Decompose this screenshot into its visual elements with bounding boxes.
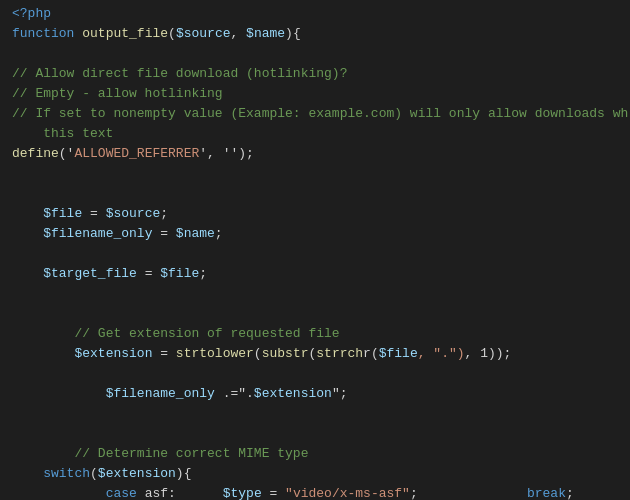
code-line: // Allow direct file download (hotlinkin… (0, 64, 630, 84)
code-line (0, 164, 630, 184)
code-line (0, 284, 630, 304)
code-token: this text (12, 124, 113, 144)
code-viewer: <?phpfunction output_file($source, $name… (0, 0, 630, 500)
code-token: $type (223, 484, 262, 500)
code-token (12, 484, 106, 500)
code-line (0, 404, 630, 424)
code-line: // Get extension of requested file (0, 324, 630, 344)
code-token: ALLOWED_REFERRER (74, 144, 199, 164)
code-token: $source (176, 24, 231, 44)
code-token: = (137, 264, 160, 284)
code-token: $extension (98, 464, 176, 484)
code-token: $file (43, 204, 82, 224)
code-token: ; (199, 264, 207, 284)
code-token (74, 24, 82, 44)
code-token: $filename_only (43, 224, 152, 244)
code-token: .=". (215, 384, 254, 404)
code-token: $file (379, 344, 418, 364)
code-line (0, 424, 630, 444)
code-line: // If set to nonempty value (Example: ex… (0, 104, 630, 124)
code-token: = (82, 204, 105, 224)
code-line: define('ALLOWED_REFERRER', ''); (0, 144, 630, 164)
code-line: // Determine correct MIME type (0, 444, 630, 464)
code-token: $source (106, 204, 161, 224)
code-token: case (106, 484, 137, 500)
code-token: ; (566, 484, 574, 500)
code-token: ( (308, 344, 316, 364)
code-token (12, 384, 106, 404)
code-token: = (262, 484, 285, 500)
code-token: ){ (285, 24, 301, 44)
code-token: ', ''); (199, 144, 254, 164)
code-token: switch (43, 464, 90, 484)
code-line (0, 244, 630, 264)
code-token: $target_file (43, 264, 137, 284)
code-line (0, 304, 630, 324)
code-token: = (152, 344, 175, 364)
code-token: "video/x-ms-asf" (285, 484, 410, 500)
code-token: ){ (176, 464, 192, 484)
code-token: // Get extension of requested file (74, 324, 339, 344)
code-line (0, 184, 630, 204)
code-token: ; (160, 204, 168, 224)
code-token: ; (215, 224, 223, 244)
code-token (12, 344, 74, 364)
code-token (12, 264, 43, 284)
code-token: // If set to nonempty value (Example: ex… (12, 104, 628, 124)
code-token: // Allow direct file download (hotlinkin… (12, 64, 347, 84)
code-token (12, 324, 74, 344)
code-line (0, 364, 630, 384)
code-token: // Determine correct MIME type (74, 444, 308, 464)
code-token: (' (59, 144, 75, 164)
code-token: function (12, 24, 74, 44)
code-token: define (12, 144, 59, 164)
code-token: // Empty - allow hotlinking (12, 84, 223, 104)
code-token (12, 224, 43, 244)
code-token: strtolower (176, 344, 254, 364)
code-token: strrch (316, 344, 363, 364)
code-line: $target_file = $file; (0, 264, 630, 284)
code-token: ( (254, 344, 262, 364)
code-line (0, 44, 630, 64)
code-line: case asf: $type = "video/x-ms-asf"; brea… (0, 484, 630, 500)
code-line: // Empty - allow hotlinking (0, 84, 630, 104)
code-line: $file = $source; (0, 204, 630, 224)
code-line: switch($extension){ (0, 464, 630, 484)
code-token: r( (363, 344, 379, 364)
code-token: $filename_only (106, 384, 215, 404)
code-token: asf: (137, 484, 223, 500)
code-token: $file (160, 264, 199, 284)
code-token: $extension (254, 384, 332, 404)
code-token: $name (176, 224, 215, 244)
code-line: $filename_only .=".$extension"; (0, 384, 630, 404)
code-token: $name (246, 24, 285, 44)
code-token: "; (332, 384, 348, 404)
code-token: substr (262, 344, 309, 364)
code-token: , ".") (418, 344, 465, 364)
code-token: output_file (82, 24, 168, 44)
code-token (12, 204, 43, 224)
code-token: , 1)); (465, 344, 512, 364)
code-line: this text (0, 124, 630, 144)
code-token: = (152, 224, 175, 244)
code-token: , (230, 24, 246, 44)
code-token: ( (168, 24, 176, 44)
code-line: $extension = strtolower(substr(strrchr($… (0, 344, 630, 364)
code-token: break (527, 484, 566, 500)
code-line: function output_file($source, $name){ (0, 24, 630, 44)
code-line: $filename_only = $name; (0, 224, 630, 244)
code-token (12, 464, 43, 484)
code-token: $extension (74, 344, 152, 364)
code-token: ( (90, 464, 98, 484)
code-token: <?php (12, 4, 51, 24)
code-token: ; (410, 484, 527, 500)
code-token (12, 444, 74, 464)
code-line: <?php (0, 4, 630, 24)
